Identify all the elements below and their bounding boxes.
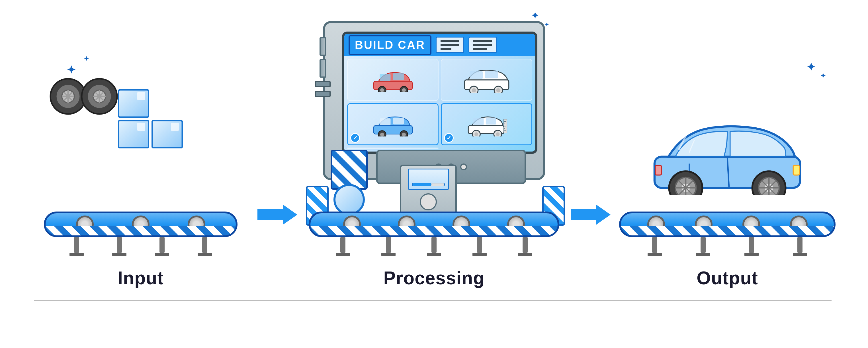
car-option-yellow (347, 147, 439, 149)
conveyor-leg (696, 237, 710, 256)
svg-point-27 (380, 88, 384, 92)
svg-rect-31 (470, 71, 483, 79)
svg-rect-39 (393, 117, 404, 124)
svg-point-50 (496, 132, 499, 136)
sparkle-icon: ✦ (531, 10, 539, 22)
sparkle-icon: ✦ (67, 64, 76, 76)
svg-rect-25 (393, 73, 404, 80)
sparkle-icon: ✦ (84, 55, 89, 63)
arrow-input-to-processing (257, 203, 297, 226)
svg-rect-46 (486, 117, 496, 124)
svg-rect-77 (793, 166, 799, 175)
svg-rect-38 (380, 118, 391, 125)
output-device (400, 165, 457, 214)
input-conveyor (44, 212, 238, 256)
svg-rect-78 (655, 166, 661, 175)
ground-line (34, 300, 832, 301)
car-option-white-small: ✓ (441, 103, 532, 145)
svg-rect-45 (473, 118, 484, 125)
svg-point-43 (402, 133, 406, 136)
conveyor-leg (648, 237, 662, 256)
svg-point-7 (66, 94, 70, 99)
svg-rect-32 (485, 71, 498, 78)
car-option-blue: ✓ (347, 103, 439, 145)
output-car (639, 115, 815, 196)
processing-conveyor (309, 212, 559, 256)
sparkle-icon: ✦ (806, 61, 815, 73)
machine-belt (331, 150, 368, 207)
svg-rect-19 (137, 123, 145, 131)
build-car-label: BUILD CAR (348, 35, 431, 55)
processing-label: Processing (383, 268, 485, 288)
machine-screen: BUILD CAR (342, 32, 537, 154)
machine-body: BUILD CAR (323, 21, 545, 180)
svg-point-34 (472, 88, 476, 93)
svg-rect-21 (171, 123, 179, 131)
conveyor-leg (69, 237, 84, 256)
conveyor-leg (472, 237, 487, 256)
svg-marker-57 (571, 205, 611, 224)
sparkle-icon: ✦ (820, 72, 826, 80)
screen-indicator-1 (436, 37, 464, 53)
conveyor-leg (155, 237, 169, 256)
car-option-red (347, 59, 439, 101)
output-label: Output (696, 268, 758, 288)
conveyor-leg (381, 237, 396, 256)
car-option-white-suv (441, 59, 532, 101)
conveyor-leg (744, 237, 758, 256)
svg-point-41 (380, 133, 384, 136)
sparkle-icon: ✦ (544, 21, 549, 28)
input-label: Input (118, 268, 163, 288)
check-badge: ✓ (350, 133, 360, 143)
output-section: ✦ ✦ (619, 55, 836, 288)
output-conveyor (619, 212, 836, 256)
conveyor-leg (427, 237, 441, 256)
processing-section: ✦ ✦ BUILD CAR (306, 12, 562, 288)
svg-point-48 (474, 132, 478, 136)
svg-point-36 (496, 88, 500, 93)
conveyor-leg (793, 237, 807, 256)
svg-marker-22 (257, 205, 297, 224)
input-section: ✦ ✦ (32, 55, 249, 288)
conveyor-leg (518, 237, 532, 256)
svg-point-15 (97, 94, 102, 99)
conveyor-leg (336, 237, 350, 256)
arrow-processing-to-output (571, 203, 611, 226)
tire-icon (81, 78, 118, 115)
screen-indicator-2 (468, 37, 497, 53)
machine-left-panel (315, 37, 331, 97)
boxes-group (118, 89, 183, 148)
conveyor-leg (198, 237, 212, 256)
conveyor-leg (112, 237, 126, 256)
svg-rect-17 (137, 92, 145, 100)
svg-point-29 (402, 88, 406, 92)
check-badge-2: ✓ (444, 133, 454, 143)
svg-rect-24 (380, 74, 391, 81)
